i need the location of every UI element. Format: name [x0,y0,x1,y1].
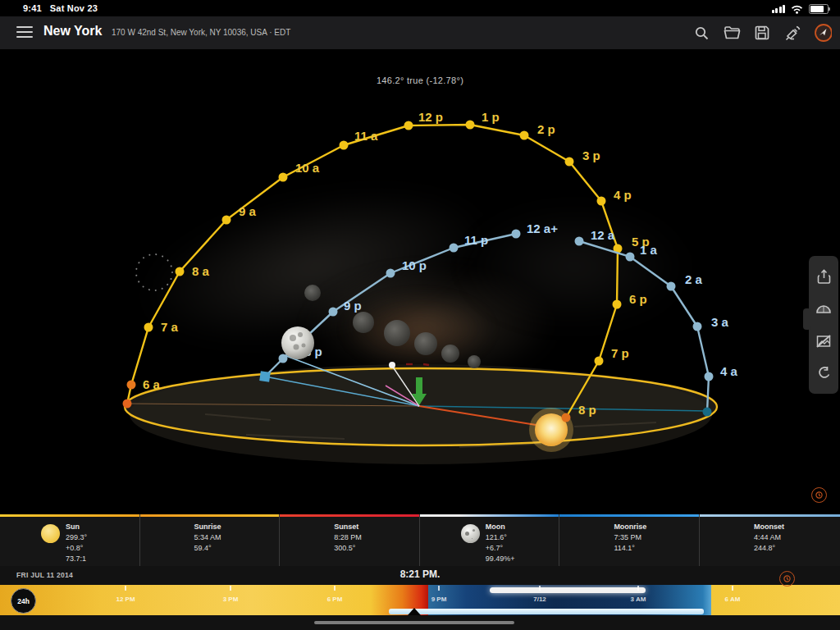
sunset-time: 8:28 PM [334,532,419,543]
search-icon[interactable] [692,23,710,43]
sun-path-dot[interactable] [404,121,413,130]
time-slider[interactable]: 12 PM3 PM6 PM9 PM7/123 AM6 AM 24h [0,585,840,615]
reset-clock-icon[interactable] [779,571,795,587]
timeline-tick-label: 9 PM [431,596,447,603]
timeline-current-time: 8:21 PM. [0,568,840,580]
sun-path-dot[interactable] [562,413,571,422]
time-label: 9 a [239,204,257,218]
menu-icon[interactable] [16,26,33,39]
dome-icon[interactable] [815,301,832,317]
time-label: 12 p [418,110,443,124]
moonrise-cell[interactable]: Moonrise 7:35 PM 114.1° [559,514,700,566]
moon-body[interactable] [281,326,314,359]
moon-path-dot[interactable] [512,230,521,239]
time-label: 11 p [464,233,488,247]
sunset-cell[interactable]: Sunset 8:28 PM 300.5° [280,514,420,566]
moonset-time: 4:44 AM [754,532,840,543]
moon-azimuth: 121.6° [486,532,559,543]
darkness-pill [490,587,646,593]
header-bar: New York 170 W 42nd St, New York, NY 100… [0,16,840,49]
sunset-accent [280,514,419,517]
status-time: 9:41 [23,3,42,13]
sun-path-dot[interactable] [466,121,475,130]
sun-path-dot[interactable] [340,141,349,150]
time-label: 1 a [640,243,658,257]
moon-path-dot[interactable] [279,354,288,363]
sun-shadow-ratio: 73.7:1 [66,554,139,564]
sun-path-dot[interactable] [222,216,231,225]
time-label: 8 p [578,403,596,417]
sun-path-dot[interactable] [279,173,288,182]
time-label: 6 p [629,292,647,306]
sun-path-dot[interactable] [520,131,529,140]
sunrise-accent [140,514,280,517]
folder-icon[interactable] [723,23,741,43]
timeline-tick-label: 6 AM [725,596,741,603]
cell-title: Moonset [754,522,840,532]
timeline-tick [732,586,733,591]
sun-path-dot[interactable] [144,323,153,332]
time-label: 7 p [611,346,629,360]
sun-cell[interactable]: Sun 299.3° +0.8° 73.7:1 [0,514,140,566]
moon-path-dot[interactable] [626,253,635,262]
rotate-3d-icon[interactable] [815,365,832,381]
time-label: 3 p [582,148,600,162]
save-icon[interactable] [753,23,771,43]
24h-mode-button[interactable]: 24h [11,588,36,614]
moonset-cell[interactable]: Moonset 4:44 AM 244.8° [700,514,840,566]
share-icon[interactable] [815,269,832,285]
sun-path-dot[interactable] [595,357,604,366]
time-label: 9 p [344,299,362,313]
satellite-icon[interactable] [783,23,801,43]
timeline-tick [230,586,231,591]
moon-accent [420,514,559,517]
location-title[interactable]: New York [43,24,102,39]
sun-path-dot[interactable] [127,381,136,390]
moon-path-dot[interactable] [693,322,702,331]
cell-title: Sunset [334,522,419,532]
compass-icon[interactable] [814,23,832,43]
moonrise-accent [559,514,699,517]
sun-path-dot[interactable] [597,197,606,206]
moon-path-dot[interactable] [703,408,712,417]
moon-path-dot[interactable] [329,308,338,317]
status-bar: 9:41Sat Nov 23 [0,0,840,16]
time-label: 8 a [192,264,210,278]
current-time-caret[interactable] [408,608,421,615]
home-indicator[interactable] [314,621,514,624]
moon-path-dot[interactable] [450,244,459,253]
moonrise-time: 7:35 PM [614,532,699,543]
time-label: 6 a [143,377,161,391]
time-label: 11 a [354,129,378,143]
moon-visibility-strip [389,609,704,614]
sun-path-dot[interactable] [565,158,574,167]
sun-path-dot[interactable] [123,399,132,409]
dotted-marker-ring [136,254,172,290]
moon-cell[interactable]: Moon 121.6° +6.7° 99.49%+ [420,514,560,566]
time-label: 10 a [295,161,320,175]
moon-path-dot[interactable] [575,237,584,246]
moon-path-dot[interactable] [386,269,395,278]
timeline-tick-label: 12 PM [116,596,135,603]
battery-icon [809,4,829,14]
photo-off-icon[interactable] [815,333,832,349]
reset-time-icon[interactable] [811,487,827,503]
time-label: 12 a+ [527,221,558,235]
moon-path-dot[interactable] [705,372,714,381]
time-label: 7 a [161,320,179,334]
location-subtitle: 170 W 42nd St, New York, NY 10036, USA ·… [112,28,290,37]
planet-dot [441,345,459,363]
moon-path-dot[interactable] [667,282,676,291]
sky-3d-view[interactable]: 6 a7 a8 a9 a10 a11 a12 p1 p2 p3 p4 p5 p6… [0,49,840,492]
sun-path-dot[interactable] [176,267,185,276]
sunrise-time: 5:34 AM [194,532,280,543]
time-label: 12 a [591,228,615,242]
planet-dot [468,355,481,368]
timeline-tick [334,586,336,591]
sun-path-dot[interactable] [613,300,622,309]
planet-dot [384,320,410,346]
time-label: 2 p [537,122,555,136]
sky-chart[interactable]: 6 a7 a8 a9 a10 a11 a12 p1 p2 p3 p4 p5 p6… [0,49,840,492]
sunrise-cell[interactable]: Sunrise 5:34 AM 59.4° [140,514,281,566]
moonrise-azimuth: 114.1° [614,543,699,554]
